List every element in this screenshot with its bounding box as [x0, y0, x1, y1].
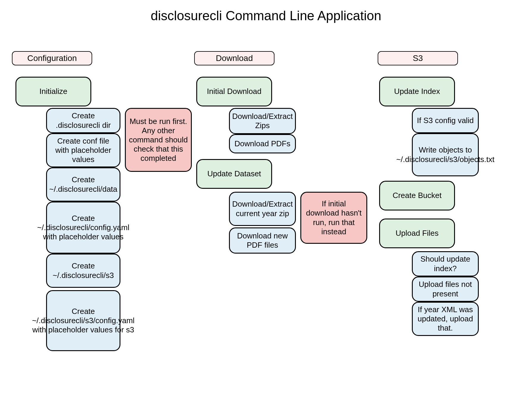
- step-s3-index-0: If S3 config valid: [412, 108, 479, 133]
- page-title: disclosurecli Command Line Application: [0, 8, 532, 23]
- step-s3-index-1: Write objects to ~/.disclosurecli/s3/obj…: [412, 133, 479, 176]
- step-s3-upload-2: If year XML was updated, upload that.: [412, 302, 479, 336]
- step-config-1: Create conf file with placeholder values: [46, 133, 120, 167]
- step-download-initial-0: Download/Extract Zips: [229, 108, 296, 134]
- action-update-dataset: Update Dataset: [196, 159, 272, 189]
- step-config-0: Create .disclosurecli dir: [46, 108, 120, 133]
- section-header-s3: S3: [378, 51, 458, 65]
- step-s3-upload-0: Should update index?: [412, 251, 479, 276]
- action-initial-download: Initial Download: [196, 77, 272, 106]
- action-update-index: Update Index: [379, 77, 455, 106]
- section-header-configuration: Configuration: [12, 51, 92, 65]
- action-initialize: Initialize: [15, 77, 91, 106]
- action-create-bucket: Create Bucket: [379, 181, 455, 210]
- diagram-canvas: disclosurecli Command Line Application C…: [0, 0, 532, 407]
- step-config-4: Create ~/.disclosurecli/s3: [46, 254, 120, 288]
- step-download-update-1: Download new PDF files: [229, 227, 296, 254]
- step-config-2: Create ~/.disclosurecli/data: [46, 167, 120, 202]
- step-download-update-0: Download/Extract current year zip: [229, 192, 296, 226]
- step-config-3: Create ~/.disclosurecli/config.yaml with…: [46, 202, 120, 254]
- note-download: If initial download hasn't run, run that…: [300, 192, 367, 244]
- step-config-5: Create ~/.disclosurecli/s3/config.yaml w…: [46, 290, 120, 351]
- step-s3-upload-1: Upload files not present: [412, 276, 479, 302]
- step-download-initial-1: Download PDFs: [229, 134, 296, 153]
- note-config: Must be run first. Any other command sho…: [125, 108, 192, 172]
- section-header-download: Download: [194, 51, 274, 65]
- action-upload-files: Upload Files: [379, 219, 455, 248]
